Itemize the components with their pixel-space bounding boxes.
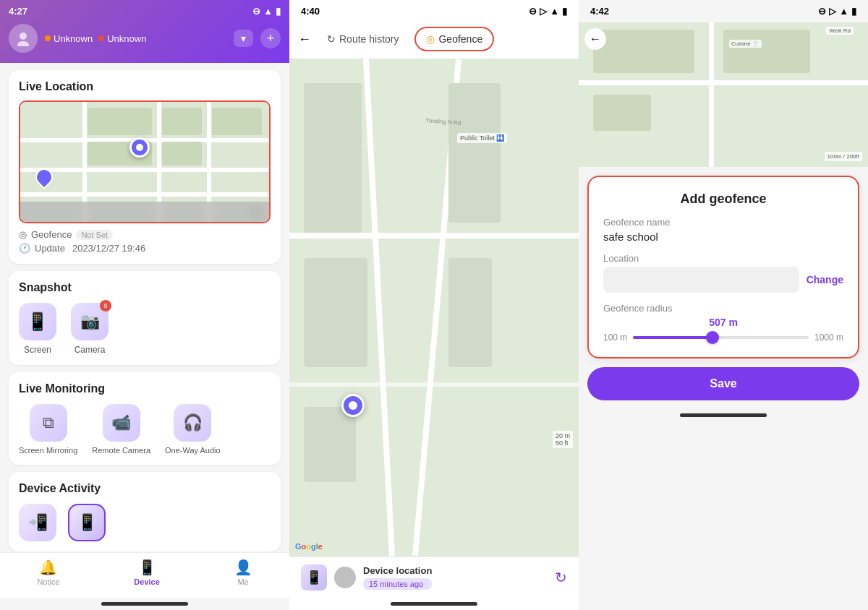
device-activity-title: Device Activity xyxy=(19,482,271,495)
building5 xyxy=(304,407,356,481)
remote-camera-item[interactable]: 📹 Remote Camera xyxy=(92,404,150,455)
snapshot-grid: 📱 Screen 📷 8 Camera xyxy=(19,303,271,355)
camera-item[interactable]: 📷 8 Camera xyxy=(71,303,109,355)
map-device-pin xyxy=(129,137,150,158)
screen-mirroring-item[interactable]: ⧉ Screen Mirroring xyxy=(19,404,77,455)
home-bar-2 xyxy=(391,602,477,606)
avatar xyxy=(9,24,38,53)
mirroring-label: Screen Mirroring xyxy=(19,446,77,455)
add-button[interactable]: + xyxy=(260,28,281,48)
camera-icon: 📷 xyxy=(80,312,100,331)
pin-inner xyxy=(136,144,143,151)
status-icons-1: ⊖ ▲ ▮ xyxy=(252,6,281,17)
status-bar-2: 4:40 ⊖ ▷ ▲ ▮ xyxy=(289,0,579,22)
p3-poi1: Weili Rd xyxy=(826,27,854,35)
location-row: Change xyxy=(603,267,843,293)
screen-icon-box: 📱 xyxy=(19,303,56,340)
google-logo: Google xyxy=(295,542,323,551)
nav-notice[interactable]: 🔔 Notice xyxy=(37,559,59,586)
radius-slider-container: 507 m 100 m 1000 m xyxy=(603,317,843,343)
slider-fill xyxy=(633,336,712,339)
refresh-button[interactable]: ↻ xyxy=(555,569,567,586)
main-road-v2 xyxy=(363,59,395,556)
main-road-h1 xyxy=(289,233,579,239)
name-value: safe school xyxy=(603,231,843,243)
user-badges: Unknown Unknown xyxy=(45,33,226,44)
device-label: Device xyxy=(134,577,159,586)
panel1-content: Live Location xyxy=(0,63,289,552)
map-main-area[interactable]: Public Toilet 🚻 Yunding N Rd 20 m 50 ft … xyxy=(289,59,579,557)
update-label: Update xyxy=(35,243,65,254)
screen-label: Screen xyxy=(24,345,51,355)
notice-icon: 🔔 xyxy=(39,559,57,576)
activity-icon1[interactable]: 📲 xyxy=(19,504,56,541)
p3-scale: 100m / 200ft xyxy=(825,152,862,161)
back-button-2[interactable]: ← xyxy=(298,32,311,47)
battery3-icon: ▮ xyxy=(851,6,856,17)
geofence-tab-label: Geofence xyxy=(438,33,482,45)
geofence-tab[interactable]: ◎ Geofence xyxy=(414,27,494,51)
dropdown-button[interactable]: ▾ xyxy=(234,30,253,47)
save-button[interactable]: Save xyxy=(587,367,859,400)
online-dot-2 xyxy=(98,35,104,41)
p3-road-v xyxy=(709,22,714,167)
device-avatar: 📱 xyxy=(301,564,327,590)
signal-icon: ⊖ xyxy=(252,6,260,17)
device-active-icon: 📱 xyxy=(77,513,97,532)
route-history-label: Route history xyxy=(339,33,399,45)
main-road-h2 xyxy=(289,382,579,387)
panel2-topbar: ← ↻ Route history ◎ Geofence xyxy=(289,22,579,59)
screen-item[interactable]: 📱 Screen xyxy=(19,303,56,355)
device-info: Device location 15 minutes ago xyxy=(363,565,432,590)
home-indicator-2 xyxy=(289,598,579,610)
time-3: 4:42 xyxy=(590,6,609,17)
name-label: Geofence name xyxy=(603,217,843,228)
route-history-tab[interactable]: ↻ Route history xyxy=(317,28,409,50)
map-other-pin xyxy=(35,168,53,189)
nav-me[interactable]: 👤 Me xyxy=(234,559,252,586)
activity-icon2[interactable]: 📱 xyxy=(68,504,106,541)
camera-badge: 8 xyxy=(100,300,111,312)
remote-camera-icon: 📹 xyxy=(111,413,131,432)
slider-max-label: 1000 m xyxy=(814,332,843,343)
screen-icon: 📱 xyxy=(27,312,48,332)
mirroring-icon: ⧉ xyxy=(43,413,54,432)
location-input-field[interactable] xyxy=(603,267,799,293)
route-icon: ↻ xyxy=(327,33,336,45)
audio-item[interactable]: 🎧 One-Way Audio xyxy=(165,404,221,455)
p3-building3 xyxy=(593,95,651,131)
live-location-card: Live Location xyxy=(9,70,281,264)
wifi3-icon: ▲ xyxy=(839,6,848,17)
location-section: Location Change xyxy=(603,253,843,293)
slider-min-label: 100 m xyxy=(603,332,627,343)
map-scale-main: 20 m 50 ft xyxy=(553,431,573,448)
time-2: 4:40 xyxy=(301,6,320,17)
geofence-name-section: Geofence name safe school xyxy=(603,217,843,243)
audio-icon: 🎧 xyxy=(183,413,203,432)
device-location-label: Device location xyxy=(363,565,432,576)
map-preview[interactable]: 50 m 200 ft xyxy=(19,100,271,223)
geofence-info: ◎ Geofence Not Set xyxy=(19,229,271,240)
map-background: 50 m 200 ft xyxy=(20,102,269,222)
nav-device[interactable]: 📱 Device xyxy=(134,559,159,586)
time-1: 4:27 xyxy=(9,6,27,17)
panel2-bottom: 📱 Device location 15 minutes ago ↻ xyxy=(289,557,579,598)
header-row: Unknown Unknown ▾ + xyxy=(9,21,281,53)
live-location-title: Live Location xyxy=(19,80,271,93)
location-label: Location xyxy=(603,253,843,264)
panel-main: 4:27 ⊖ ▲ ▮ Unknown Unk xyxy=(0,0,289,610)
slider-thumb[interactable] xyxy=(706,331,719,344)
status-bar-1: 4:27 ⊖ ▲ ▮ xyxy=(9,0,281,21)
back-button-3[interactable]: ← xyxy=(584,28,606,50)
mirroring-icon-box: ⧉ xyxy=(30,404,67,442)
change-button[interactable]: Change xyxy=(807,274,843,285)
signal3-icon: ⊖ xyxy=(818,6,826,17)
remote-camera-icon-box: 📹 xyxy=(103,404,140,442)
snapshot-title: Snapshot xyxy=(19,281,271,294)
online-dot-1 xyxy=(45,35,51,41)
p3-poi2: Cuisine 🍴 xyxy=(729,40,762,48)
me-label: Me xyxy=(237,577,248,586)
p3-building2 xyxy=(723,30,810,73)
slider-track[interactable] xyxy=(633,336,809,339)
map-background-main: Public Toilet 🚻 Yunding N Rd 20 m 50 ft … xyxy=(289,59,579,557)
